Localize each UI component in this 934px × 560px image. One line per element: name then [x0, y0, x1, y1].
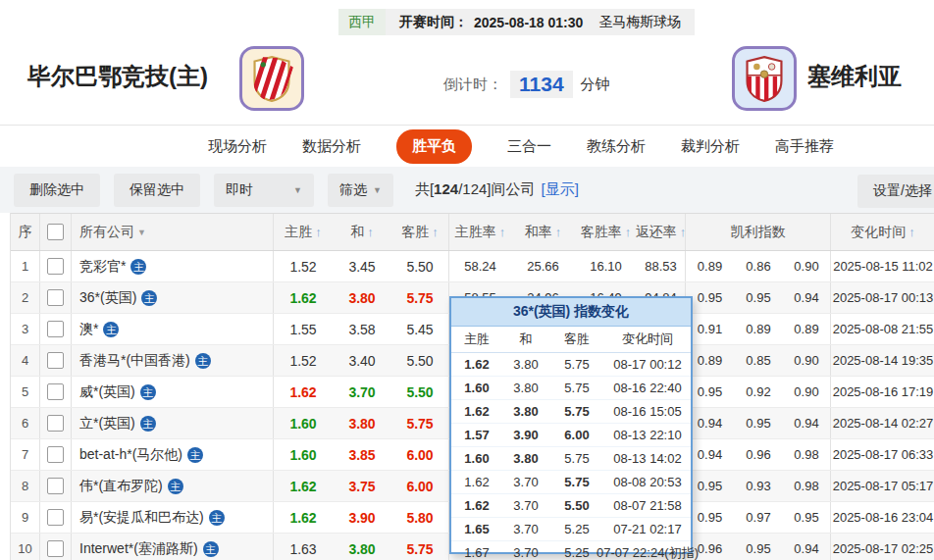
kelly-value: 0.93 [734, 471, 783, 501]
row-checkbox[interactable] [47, 258, 64, 275]
popup-col-away: 客胜 [549, 327, 604, 352]
kelly-value: 0.94 [686, 408, 734, 438]
change-time: 2025-08-14 19:35 [831, 345, 934, 376]
col-header-away-rate[interactable]: 客胜率↑ [575, 214, 637, 250]
home-badge-icon: 主 [130, 259, 146, 275]
athletic-bilbao-crest-icon [250, 55, 293, 102]
company-cell[interactable]: 澳*主 [72, 314, 274, 344]
tab-三合一[interactable]: 三合一 [507, 137, 551, 156]
select-all-checkbox[interactable] [47, 224, 64, 240]
row-checkbox[interactable] [47, 540, 64, 557]
company-name[interactable]: 澳* [79, 321, 98, 338]
company-count-prefix: 共[ [415, 180, 434, 197]
odds-value: 3.85 [333, 439, 391, 470]
company-cell[interactable]: 36*(英国)主 [72, 282, 274, 313]
col-header-home-rate[interactable]: 主胜率↑ [449, 214, 511, 250]
home-team-name: 毕尔巴鄂竞技(主) [27, 61, 208, 92]
odds-value: 3.80 [333, 408, 391, 438]
chevron-down-icon: ▼ [293, 185, 302, 195]
row-checkbox[interactable] [47, 383, 64, 400]
col-header-home-win[interactable]: 主胜↑ [274, 214, 333, 250]
tab-数据分析[interactable]: 数据分析 [302, 137, 361, 156]
home-badge-icon: 主 [209, 510, 225, 526]
company-cell[interactable]: 伟*(直布罗陀)主 [72, 471, 274, 501]
popup-header-row: 主胜 和 客胜 变化时间 [451, 327, 691, 353]
change-time: 2025-08-08 21:55 [831, 314, 934, 344]
col-header-draw-rate[interactable]: 和率↑ [511, 214, 575, 250]
col-header-away-win[interactable]: 客胜↑ [391, 214, 449, 250]
popup-odds-value: 3.70 [502, 494, 549, 517]
home-badge-icon: 主 [203, 541, 219, 557]
col-label: 客胜 [401, 224, 429, 241]
kelly-value: 0.95 [734, 282, 783, 313]
instant-dropdown[interactable]: 即时 ▼ [214, 174, 314, 207]
countdown-unit: 分钟 [581, 76, 610, 94]
rate-value: 16.10 [575, 251, 637, 281]
delete-selected-button[interactable]: 删除选中 [14, 174, 100, 207]
match-info-bar: 西甲 开赛时间： 2025-08-18 01:30 圣马梅斯球场 [338, 9, 695, 35]
row-checkbox[interactable] [47, 289, 64, 306]
company-cell[interactable]: 竞彩官*主 [72, 251, 274, 281]
company-name[interactable]: 威*(英国) [79, 383, 135, 401]
kelly-value: 0.94 [783, 282, 831, 313]
tab-高手推荐[interactable]: 高手推荐 [775, 137, 834, 156]
odds-value: 1.52 [274, 251, 333, 281]
company-name[interactable]: 香港马*(中国香港) [79, 352, 190, 370]
company-cell[interactable]: 威*(英国)主 [72, 377, 274, 407]
col-header-company[interactable]: 所有公司▼ [72, 214, 274, 250]
company-cell[interactable]: 易*(安提瓜和巴布达)主 [72, 502, 274, 533]
keep-selected-button[interactable]: 保留选中 [114, 174, 200, 207]
popup-row: 1.673.705.2507-07 22:24(初指) [451, 541, 691, 560]
company-name[interactable]: 36*(英国) [79, 289, 136, 307]
company-name[interactable]: 竞彩官* [79, 258, 126, 276]
popup-row: 1.603.805.7508-16 22:40 [451, 377, 691, 400]
popup-row: 1.603.805.7508-13 14:02 [451, 447, 691, 471]
tab-裁判分析[interactable]: 裁判分析 [681, 137, 740, 156]
col-header-change-time[interactable]: 变化时间↑ [831, 214, 934, 250]
tab-教练分析[interactable]: 教练分析 [587, 137, 646, 156]
row-checkbox[interactable] [47, 478, 64, 494]
col-header-draw[interactable]: 和↑ [333, 214, 391, 250]
odds-value: 6.00 [391, 439, 449, 470]
countdown-value: 1134 [510, 71, 573, 98]
tab-胜平负[interactable]: 胜平负 [396, 129, 472, 164]
row-checkbox-cell [40, 345, 72, 376]
tab-现场分析[interactable]: 现场分析 [208, 137, 267, 156]
company-cell[interactable]: 立*(英国)主 [72, 408, 274, 438]
odds-value: 5.75 [391, 534, 449, 560]
popup-row: 1.623.805.7508-16 15:05 [451, 400, 691, 424]
kelly-value: 0.89 [734, 314, 783, 344]
row-checkbox[interactable] [47, 321, 64, 337]
kelly-value: 0.92 [734, 377, 783, 407]
company-name[interactable]: 伟*(直布罗陀) [79, 478, 163, 495]
company-cell[interactable]: 香港马*(中国香港)主 [72, 345, 274, 376]
odds-value: 1.62 [274, 502, 333, 533]
row-index: 10 [11, 534, 40, 560]
filter-dropdown[interactable]: 筛选 ▼ [328, 174, 393, 207]
kelly-value: 0.95 [686, 282, 734, 313]
popup-change-time: 08-13 14:02 [604, 447, 691, 470]
settings-button[interactable]: 设置/选择 [857, 175, 934, 208]
row-checkbox[interactable] [47, 446, 64, 463]
odds-value: 3.80 [333, 282, 391, 313]
league-badge: 西甲 [338, 9, 386, 35]
popup-odds-value: 1.62 [451, 494, 502, 517]
company-name[interactable]: 立*(英国) [79, 415, 135, 433]
row-checkbox-cell [40, 534, 72, 560]
company-name[interactable]: Interwet*(塞浦路斯) [79, 540, 198, 558]
company-cell[interactable]: Interwet*(塞浦路斯)主 [72, 534, 274, 560]
sort-asc-icon: ↑ [367, 225, 374, 239]
col-header-index: 序 [11, 214, 40, 250]
change-time: 2025-08-15 11:02 [831, 251, 934, 281]
company-name[interactable]: 易*(安提瓜和巴布达) [79, 509, 204, 527]
show-link[interactable]: [显示] [542, 180, 579, 197]
col-header-return-rate[interactable]: 返还率↑ [637, 214, 686, 250]
row-checkbox[interactable] [47, 415, 64, 432]
popup-row: 1.623.705.7508-08 20:53 [451, 471, 691, 494]
company-cell[interactable]: bet-at-h*(马尔他)主 [72, 439, 274, 470]
odds-value: 6.00 [391, 471, 449, 501]
kelly-value: 0.86 [734, 251, 783, 281]
row-checkbox[interactable] [47, 509, 64, 526]
row-checkbox[interactable] [47, 352, 64, 369]
company-name[interactable]: bet-at-h*(马尔他) [79, 446, 182, 464]
